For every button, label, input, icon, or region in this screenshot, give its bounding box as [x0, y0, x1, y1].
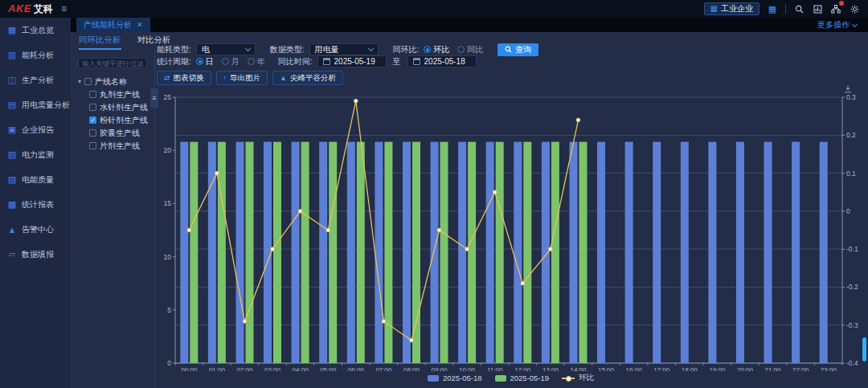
energy-analysis-icon: ▥: [7, 50, 17, 60]
tree-item-checkbox[interactable]: [89, 104, 96, 111]
svg-text:12:00: 12:00: [514, 366, 531, 371]
enterprise-switch-button[interactable]: ▦ 工业企业: [704, 2, 760, 15]
svg-text:01:00: 01:00: [209, 366, 226, 371]
more-actions-link[interactable]: 更多操作: [817, 19, 857, 31]
radio-label: 年: [257, 56, 265, 67]
radio-ratio-环比[interactable]: 环比: [424, 44, 449, 55]
tree-caret-icon[interactable]: ▾: [78, 78, 81, 85]
energy-type-select[interactable]: 电: [196, 43, 256, 55]
logo-text-cn: 艾科: [34, 2, 53, 16]
sidebar-item-power-monitor[interactable]: ▧电力监测: [0, 142, 71, 167]
panel-collapse-handle[interactable]: ≡: [150, 88, 158, 108]
svg-text:08:00: 08:00: [403, 366, 420, 371]
sidebar-item-data-entry[interactable]: ▱数据填报: [0, 242, 71, 267]
svg-text:18:00: 18:00: [682, 366, 698, 371]
notification-badge: [839, 1, 844, 6]
button-export-image[interactable]: ↑导出图片: [216, 71, 268, 85]
legend-2025-05-18[interactable]: 2025-05-18: [428, 374, 482, 382]
tree-item[interactable]: 胶囊生产线: [76, 127, 154, 140]
radio-period-月[interactable]: 月: [222, 56, 240, 67]
tree-item[interactable]: 丸剂生产线: [76, 88, 154, 101]
radio-circle-icon: [196, 58, 203, 65]
button-chart-switch[interactable]: ⇄图表切换: [157, 71, 211, 85]
tree-item[interactable]: 片剂生产线: [76, 140, 154, 153]
svg-text:0.2: 0.2: [846, 131, 856, 139]
button-label: 导出图片: [230, 73, 260, 84]
button-label: 图表切换: [174, 73, 204, 84]
chart-container: 25201510500.30.20.10-0.1-0.2-0.3-0.400:0…: [157, 88, 865, 383]
date-start-input[interactable]: 2025-05-19: [317, 55, 387, 67]
svg-text:13:00: 13:00: [542, 366, 559, 371]
data-type-value: 用电量: [315, 44, 339, 55]
tree-filter-input[interactable]: [78, 58, 147, 68]
sidebar-item-energy-analysis[interactable]: ▥能耗分析: [0, 43, 71, 67]
svg-text:5: 5: [167, 306, 171, 314]
tree-item[interactable]: 水针剂生产线: [76, 101, 154, 114]
button-peak-valley-analysis[interactable]: ▲尖峰平谷分析: [272, 71, 343, 85]
apps-grid-icon[interactable]: ▦: [767, 3, 778, 14]
calendar-icon: [413, 58, 420, 65]
svg-text:19:00: 19:00: [709, 366, 726, 371]
enterprise-button-label: 工业企业: [721, 3, 753, 14]
radio-circle-icon: [222, 58, 229, 65]
tree-root-checkbox[interactable]: [84, 78, 92, 85]
sidebar-item-alarm-center[interactable]: ▲告警中心: [0, 217, 71, 242]
svg-text:02:00: 02:00: [236, 366, 253, 371]
ratio-type-label: 同环比:: [393, 44, 420, 55]
sidebar-item-power-demand-analysis[interactable]: ▤用电需量分析: [0, 92, 71, 117]
svg-text:10: 10: [164, 253, 172, 261]
radio-label: 月: [231, 56, 240, 67]
tree-item[interactable]: ✓粉针剂生产线: [76, 114, 154, 127]
tree-item-checkbox[interactable]: [89, 91, 96, 98]
production-line-tree-panel: ▾ 产线名称 丸剂生产线水针剂生产线✓粉针剂生产线胶囊生产线片剂生产线 ≡: [76, 48, 155, 388]
sidebar-item-industry-overview[interactable]: ▦工业总览: [0, 18, 71, 43]
report-board-icon[interactable]: [812, 3, 823, 14]
tree-children: 丸剂生产线水针剂生产线✓粉针剂生产线胶囊生产线片剂生产线: [76, 88, 154, 153]
sidebar-item-label: 能耗分析: [22, 50, 54, 61]
chevron-down-icon: [245, 46, 251, 51]
period-label: 统计周期:: [157, 56, 191, 67]
tree-item-checkbox[interactable]: [89, 129, 96, 137]
energy-type-label: 能耗类型:: [157, 44, 191, 55]
energy-consumption-chart[interactable]: 25201510500.30.20.10-0.1-0.2-0.3-0.400:0…: [157, 88, 864, 371]
enterprise-report-icon: ▣: [7, 125, 17, 135]
page-scrollbar-thumb[interactable]: [862, 337, 866, 361]
sidebar-item-power-quality[interactable]: ▨电能质量: [0, 167, 71, 192]
date-end-input[interactable]: 2025-05-18: [407, 55, 477, 67]
tree-item-label: 粉针剂生产线: [100, 115, 148, 126]
sidebar-item-statistics-report[interactable]: ▩统计报表: [0, 192, 71, 217]
date-start-value: 2025-05-19: [334, 57, 375, 66]
sidebar-item-label: 企业报告: [22, 125, 54, 136]
tab-production-line-energy[interactable]: 产线能耗分析 ✕: [76, 18, 150, 32]
org-structure-icon[interactable]: [830, 3, 841, 14]
tree-root-label: 产线名称: [95, 76, 127, 88]
filter-row-1: 能耗类型: 电 数据类型: 用电量 同环比: 环比同比 查询: [157, 43, 865, 55]
search-icon[interactable]: [793, 3, 805, 14]
data-type-select[interactable]: 用电量: [309, 43, 379, 55]
svg-text:20: 20: [164, 146, 172, 154]
tree-item-checkbox[interactable]: [89, 142, 96, 149]
save-image-icon[interactable]: [844, 82, 852, 96]
radio-label: 环比: [433, 44, 449, 55]
search-icon: [505, 46, 512, 53]
radio-ratio-同比[interactable]: 同比: [457, 44, 483, 55]
query-button[interactable]: 查询: [497, 43, 538, 56]
legend-2025-05-19[interactable]: 2025-05-19: [495, 374, 550, 382]
radio-period-年[interactable]: 年: [248, 56, 265, 67]
sidebar-item-production-analysis[interactable]: ◫生产分析: [0, 67, 71, 92]
tree-item-checkbox[interactable]: ✓: [89, 116, 96, 124]
menu-collapse-icon[interactable]: ≡: [61, 3, 67, 14]
tab-close-icon[interactable]: ✕: [137, 21, 143, 29]
settings-gear-icon[interactable]: [849, 3, 860, 14]
data-entry-icon: ▱: [7, 249, 17, 259]
legend-swatch: [495, 375, 506, 382]
chart-switch-icon: ⇄: [164, 74, 170, 82]
svg-text:15:00: 15:00: [598, 366, 615, 371]
legend-环比[interactable]: 环比: [562, 373, 594, 383]
date-end-value: 2025-05-18: [424, 57, 465, 66]
tree-root-row[interactable]: ▾ 产线名称: [76, 76, 154, 88]
sidebar-item-enterprise-report[interactable]: ▣企业报告: [0, 117, 71, 142]
radio-period-日[interactable]: 日: [196, 56, 214, 67]
sidebar-menu: ▦工业总览▥能耗分析◫生产分析▤用电需量分析▣企业报告▧电力监测▨电能质量▩统计…: [0, 18, 71, 388]
sidebar-item-label: 数据填报: [22, 249, 54, 260]
